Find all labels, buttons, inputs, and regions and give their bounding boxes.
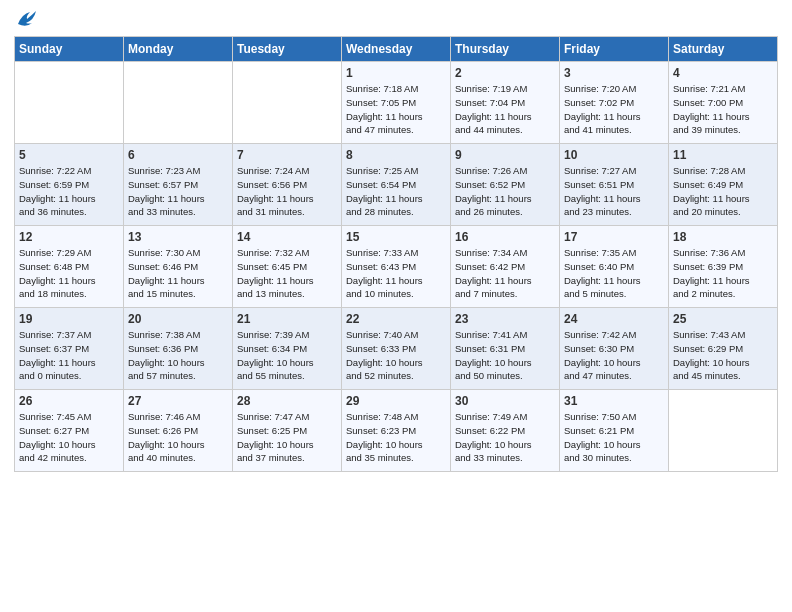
day-number: 18 [673,230,773,244]
day-info: Sunrise: 7:19 AM Sunset: 7:04 PM Dayligh… [455,82,555,137]
day-number: 30 [455,394,555,408]
day-number: 23 [455,312,555,326]
calendar-cell: 12Sunrise: 7:29 AM Sunset: 6:48 PM Dayli… [15,226,124,308]
day-info: Sunrise: 7:22 AM Sunset: 6:59 PM Dayligh… [19,164,119,219]
day-number: 13 [128,230,228,244]
calendar-cell: 24Sunrise: 7:42 AM Sunset: 6:30 PM Dayli… [560,308,669,390]
day-of-week-header: Tuesday [233,37,342,62]
day-number: 9 [455,148,555,162]
day-number: 15 [346,230,446,244]
calendar-week-row: 1Sunrise: 7:18 AM Sunset: 7:05 PM Daylig… [15,62,778,144]
day-info: Sunrise: 7:45 AM Sunset: 6:27 PM Dayligh… [19,410,119,465]
day-info: Sunrise: 7:50 AM Sunset: 6:21 PM Dayligh… [564,410,664,465]
day-info: Sunrise: 7:29 AM Sunset: 6:48 PM Dayligh… [19,246,119,301]
calendar-cell: 28Sunrise: 7:47 AM Sunset: 6:25 PM Dayli… [233,390,342,472]
calendar-cell: 19Sunrise: 7:37 AM Sunset: 6:37 PM Dayli… [15,308,124,390]
calendar-cell: 23Sunrise: 7:41 AM Sunset: 6:31 PM Dayli… [451,308,560,390]
day-info: Sunrise: 7:28 AM Sunset: 6:49 PM Dayligh… [673,164,773,219]
day-number: 28 [237,394,337,408]
header [14,10,778,28]
day-number: 14 [237,230,337,244]
calendar-cell: 22Sunrise: 7:40 AM Sunset: 6:33 PM Dayli… [342,308,451,390]
day-info: Sunrise: 7:39 AM Sunset: 6:34 PM Dayligh… [237,328,337,383]
day-info: Sunrise: 7:36 AM Sunset: 6:39 PM Dayligh… [673,246,773,301]
logo-text [14,10,38,28]
calendar-cell: 7Sunrise: 7:24 AM Sunset: 6:56 PM Daylig… [233,144,342,226]
calendar-cell: 25Sunrise: 7:43 AM Sunset: 6:29 PM Dayli… [669,308,778,390]
calendar-cell: 21Sunrise: 7:39 AM Sunset: 6:34 PM Dayli… [233,308,342,390]
day-info: Sunrise: 7:30 AM Sunset: 6:46 PM Dayligh… [128,246,228,301]
day-info: Sunrise: 7:46 AM Sunset: 6:26 PM Dayligh… [128,410,228,465]
day-number: 31 [564,394,664,408]
calendar-table: SundayMondayTuesdayWednesdayThursdayFrid… [14,36,778,472]
calendar-cell [15,62,124,144]
day-info: Sunrise: 7:18 AM Sunset: 7:05 PM Dayligh… [346,82,446,137]
calendar-cell: 10Sunrise: 7:27 AM Sunset: 6:51 PM Dayli… [560,144,669,226]
calendar-header-row: SundayMondayTuesdayWednesdayThursdayFrid… [15,37,778,62]
calendar-cell: 17Sunrise: 7:35 AM Sunset: 6:40 PM Dayli… [560,226,669,308]
calendar-cell: 16Sunrise: 7:34 AM Sunset: 6:42 PM Dayli… [451,226,560,308]
calendar-cell: 26Sunrise: 7:45 AM Sunset: 6:27 PM Dayli… [15,390,124,472]
calendar-cell: 31Sunrise: 7:50 AM Sunset: 6:21 PM Dayli… [560,390,669,472]
day-info: Sunrise: 7:38 AM Sunset: 6:36 PM Dayligh… [128,328,228,383]
calendar-cell: 14Sunrise: 7:32 AM Sunset: 6:45 PM Dayli… [233,226,342,308]
day-info: Sunrise: 7:33 AM Sunset: 6:43 PM Dayligh… [346,246,446,301]
day-of-week-header: Thursday [451,37,560,62]
calendar-cell: 27Sunrise: 7:46 AM Sunset: 6:26 PM Dayli… [124,390,233,472]
day-number: 8 [346,148,446,162]
day-info: Sunrise: 7:24 AM Sunset: 6:56 PM Dayligh… [237,164,337,219]
day-info: Sunrise: 7:41 AM Sunset: 6:31 PM Dayligh… [455,328,555,383]
calendar-cell: 30Sunrise: 7:49 AM Sunset: 6:22 PM Dayli… [451,390,560,472]
day-number: 19 [19,312,119,326]
day-info: Sunrise: 7:27 AM Sunset: 6:51 PM Dayligh… [564,164,664,219]
day-info: Sunrise: 7:20 AM Sunset: 7:02 PM Dayligh… [564,82,664,137]
calendar-cell: 20Sunrise: 7:38 AM Sunset: 6:36 PM Dayli… [124,308,233,390]
calendar-cell: 3Sunrise: 7:20 AM Sunset: 7:02 PM Daylig… [560,62,669,144]
calendar-cell: 18Sunrise: 7:36 AM Sunset: 6:39 PM Dayli… [669,226,778,308]
day-number: 17 [564,230,664,244]
day-info: Sunrise: 7:37 AM Sunset: 6:37 PM Dayligh… [19,328,119,383]
day-of-week-header: Friday [560,37,669,62]
day-number: 24 [564,312,664,326]
calendar-container: SundayMondayTuesdayWednesdayThursdayFrid… [0,0,792,612]
calendar-cell: 29Sunrise: 7:48 AM Sunset: 6:23 PM Dayli… [342,390,451,472]
day-number: 12 [19,230,119,244]
calendar-cell: 11Sunrise: 7:28 AM Sunset: 6:49 PM Dayli… [669,144,778,226]
day-number: 16 [455,230,555,244]
calendar-cell: 5Sunrise: 7:22 AM Sunset: 6:59 PM Daylig… [15,144,124,226]
day-info: Sunrise: 7:42 AM Sunset: 6:30 PM Dayligh… [564,328,664,383]
day-number: 7 [237,148,337,162]
calendar-week-row: 26Sunrise: 7:45 AM Sunset: 6:27 PM Dayli… [15,390,778,472]
calendar-cell: 4Sunrise: 7:21 AM Sunset: 7:00 PM Daylig… [669,62,778,144]
day-info: Sunrise: 7:32 AM Sunset: 6:45 PM Dayligh… [237,246,337,301]
day-number: 27 [128,394,228,408]
day-info: Sunrise: 7:26 AM Sunset: 6:52 PM Dayligh… [455,164,555,219]
day-number: 1 [346,66,446,80]
day-number: 11 [673,148,773,162]
day-number: 21 [237,312,337,326]
calendar-week-row: 5Sunrise: 7:22 AM Sunset: 6:59 PM Daylig… [15,144,778,226]
day-number: 26 [19,394,119,408]
day-number: 3 [564,66,664,80]
calendar-cell: 9Sunrise: 7:26 AM Sunset: 6:52 PM Daylig… [451,144,560,226]
day-of-week-header: Sunday [15,37,124,62]
logo [14,10,38,28]
day-number: 6 [128,148,228,162]
day-of-week-header: Saturday [669,37,778,62]
calendar-cell [669,390,778,472]
calendar-week-row: 12Sunrise: 7:29 AM Sunset: 6:48 PM Dayli… [15,226,778,308]
calendar-cell: 6Sunrise: 7:23 AM Sunset: 6:57 PM Daylig… [124,144,233,226]
day-info: Sunrise: 7:21 AM Sunset: 7:00 PM Dayligh… [673,82,773,137]
calendar-cell: 1Sunrise: 7:18 AM Sunset: 7:05 PM Daylig… [342,62,451,144]
calendar-cell: 13Sunrise: 7:30 AM Sunset: 6:46 PM Dayli… [124,226,233,308]
calendar-cell [233,62,342,144]
day-info: Sunrise: 7:25 AM Sunset: 6:54 PM Dayligh… [346,164,446,219]
day-number: 4 [673,66,773,80]
day-number: 22 [346,312,446,326]
day-of-week-header: Monday [124,37,233,62]
calendar-cell [124,62,233,144]
day-number: 10 [564,148,664,162]
logo-bird-icon [16,10,38,28]
calendar-cell: 8Sunrise: 7:25 AM Sunset: 6:54 PM Daylig… [342,144,451,226]
day-number: 25 [673,312,773,326]
